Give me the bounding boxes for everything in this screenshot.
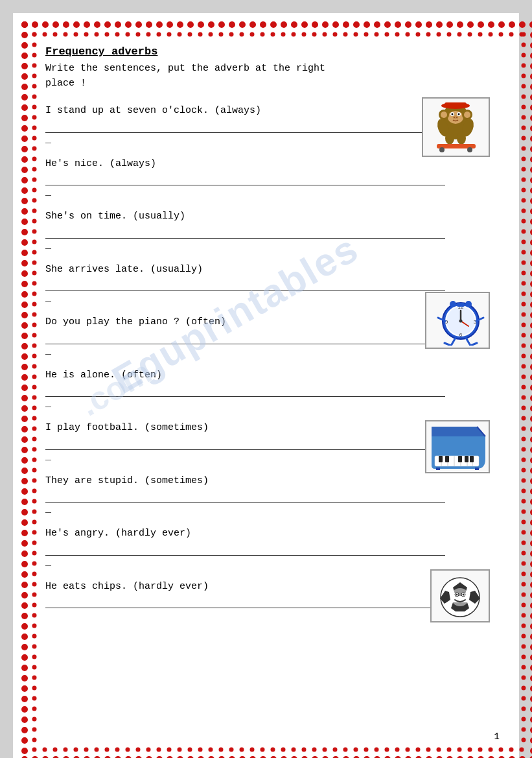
svg-rect-52 [458,456,462,462]
page-title: Frequency adverbs [45,45,490,58]
svg-line-37 [466,338,470,346]
sentence-4: She arrives late. (usually) [45,263,490,278]
answer-line-4[interactable] [45,279,445,291]
svg-line-39 [470,343,477,346]
svg-point-5 [452,113,454,115]
worksheet: // We'll do this in post-render JS Frequ… [13,13,519,758]
svg-point-6 [458,113,460,115]
dash-5: _ [45,346,490,357]
sentence-8: They are stupid. (sometimes) [45,474,490,489]
football-svg [434,573,487,619]
exercises-container: I stand up at seven o'clock. (always) _ … [45,104,490,608]
answer-line-1[interactable] [45,121,445,133]
svg-rect-51 [445,456,449,462]
sentence-6: He is alone. (often) [45,368,490,383]
clock-svg: 12 3 6 9 [428,295,487,346]
monkey-image [422,97,490,157]
svg-point-9 [456,117,457,118]
svg-point-62 [451,588,469,606]
exercise-2: He's nice. (always) _ [45,157,490,198]
svg-text:9: 9 [445,319,448,325]
svg-point-65 [456,594,458,596]
football-image [430,569,490,622]
answer-line-2[interactable] [45,174,445,185]
svg-rect-55 [436,468,440,470]
svg-point-11 [441,112,447,118]
instructions-line1: Write the sentences, put the adverb at t… [45,63,325,74]
piano-image [425,420,490,473]
sentence-2: He's nice. (always) [45,157,490,172]
exercise-9: He's angry. (hardly ever) _ [45,527,490,568]
answer-line-3[interactable] [45,227,445,239]
svg-point-8 [454,117,455,118]
answer-line-9[interactable] [45,544,445,556]
clock-image: 12 3 6 9 [425,292,490,349]
sentence-5: Do you play the piano ? (often) [45,315,490,330]
svg-point-16 [445,132,454,145]
svg-rect-53 [465,456,468,462]
monkey-svg [425,101,487,154]
exercise-4: She arrives late. (usually) _ [45,263,490,304]
dash-8: _ [45,504,490,515]
dash-6: _ [45,398,490,409]
exercise-6: He is alone. (often) _ [45,368,490,410]
svg-point-20 [467,147,472,152]
svg-text:6: 6 [459,332,463,338]
piano-svg [428,423,487,470]
instructions: Write the sentences, put the adverb at t… [45,62,490,91]
svg-point-19 [439,147,445,152]
svg-rect-56 [475,468,479,470]
svg-point-66 [463,594,465,596]
exercise-8: They are stupid. (sometimes) _ [45,474,490,515]
answer-line-7[interactable] [45,438,445,450]
dash-4: _ [45,292,490,303]
answer-line-10[interactable] [45,597,445,608]
svg-point-13 [464,112,470,118]
page-number: 1 [494,731,500,742]
svg-point-34 [450,301,456,307]
dash-3: _ [45,240,490,251]
sentence-3: She's on time. (usually) [45,209,490,224]
svg-line-36 [451,338,456,346]
answer-line-8[interactable] [45,491,445,503]
answer-line-5[interactable] [45,333,445,344]
exercise-7: I play football. (sometimes) _ [45,421,490,462]
sentence-9: He's angry. (hardly ever) [45,527,490,541]
sentence-10: He eats chips. (hardly ever) [45,580,490,595]
exercise-5: Do you play the piano ? (often) _ [45,315,490,357]
instructions-line2: place ! [45,78,86,89]
sentence-7: I play football. (sometimes) [45,421,490,436]
svg-rect-33 [457,303,465,307]
answer-line-6[interactable] [45,385,445,397]
svg-rect-22 [445,102,467,108]
svg-point-17 [457,132,466,145]
dash-2: _ [45,187,490,198]
exercise-10: He eats chips. (hardly ever) [45,580,490,609]
content-area: Frequency adverbs Write the sentences, p… [45,45,490,726]
svg-line-38 [445,343,451,346]
dash-7: _ [45,451,490,462]
dash-9: _ [45,557,490,568]
exercise-3: She's on time. (usually) _ [45,209,490,251]
svg-point-35 [465,301,472,307]
svg-point-32 [459,320,463,323]
svg-rect-50 [439,456,443,462]
svg-rect-54 [470,456,474,462]
